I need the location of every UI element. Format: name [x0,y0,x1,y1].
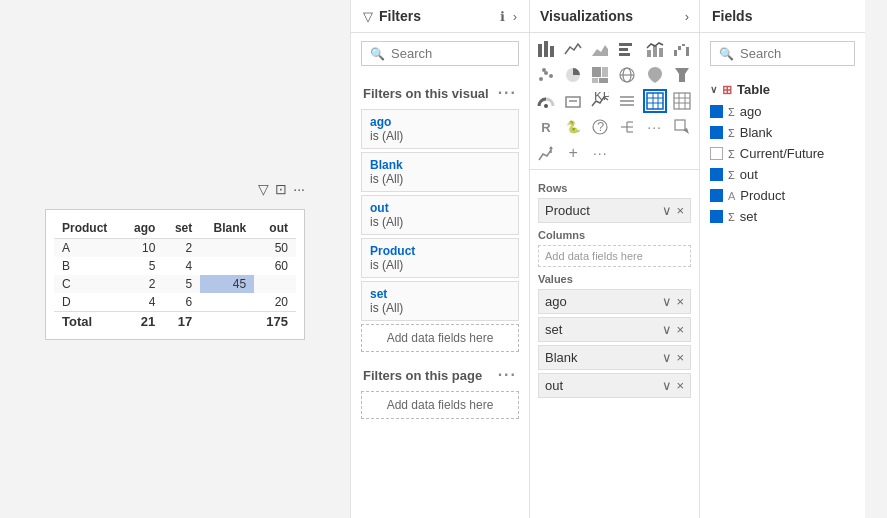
table-row[interactable]: A 10 2 50 [54,238,296,257]
field-blank-checkbox[interactable] [710,126,723,139]
sigma-icon-current: Σ [728,148,735,160]
filters-search-box[interactable]: 🔍 [361,41,519,66]
field-set-checkbox[interactable] [710,210,723,223]
field-out-node[interactable]: Σ out [700,164,865,185]
area-chart-icon[interactable] [588,37,612,61]
viz-panel-title: Visualizations [540,8,685,24]
fields-search-box[interactable]: 🔍 [710,41,855,66]
filters-search-input[interactable] [391,46,510,61]
waterfall-icon[interactable] [670,37,694,61]
python-icon[interactable]: 🐍 [561,115,585,139]
field-set-node[interactable]: Σ set [700,206,865,227]
svg-rect-28 [566,97,580,107]
slicer-icon[interactable] [615,89,639,113]
tree-table-icon: ⊞ [722,83,732,97]
viz-icons-grid: KPI R 🐍 ? ··· [530,33,699,170]
viz-sections: Rows Product ∨ × Columns Add data fields… [530,170,699,518]
rows-product-pill[interactable]: Product ∨ × [538,198,691,223]
combo-chart-icon[interactable] [643,37,667,61]
expand-visual-icon[interactable]: ⊡ [275,181,287,197]
fields-search-input[interactable] [740,46,846,61]
filter-card-set[interactable]: set is (All) [361,281,519,321]
values-ago-pill[interactable]: ago ∨ × [538,289,691,314]
more-viz-icon[interactable]: ··· [643,115,667,139]
field-out-checkbox[interactable] [710,168,723,181]
analytics-viz-icon[interactable] [534,141,558,165]
values-out-pill[interactable]: out ∨ × [538,373,691,398]
format-paint-icon[interactable] [670,115,694,139]
three-dots-icon[interactable]: ··· [588,141,612,165]
decomp-tree-icon[interactable] [615,115,639,139]
pie-icon[interactable] [561,63,585,87]
funnel-icon[interactable] [670,63,694,87]
field-ago-node[interactable]: Σ ago [700,101,865,122]
rows-close-icon[interactable]: × [676,203,684,218]
matrix-icon[interactable] [670,89,694,113]
columns-add-placeholder[interactable]: Add data fields here [538,245,691,267]
filter-card-ago-title: ago [370,115,510,129]
add-viz-icon[interactable]: + [561,141,585,165]
values-set-label: set [545,322,562,337]
filter-card-blank[interactable]: Blank is (All) [361,152,519,192]
field-current-future-node[interactable]: Σ Current/Future [700,143,865,164]
field-product-node[interactable]: A Product [700,185,865,206]
filters-visual-more-icon[interactable]: ··· [498,84,517,102]
card-icon[interactable] [561,89,585,113]
values-out-label: out [545,378,563,393]
values-set-pill[interactable]: set ∨ × [538,317,691,342]
filter-card-set-value: is (All) [370,301,510,315]
sigma-icon-out: Σ [728,169,735,181]
filters-header-icons: ℹ › [500,9,517,24]
filled-map-icon[interactable] [643,63,667,87]
bar-chart-icon[interactable] [615,37,639,61]
field-ago-checkbox[interactable] [710,105,723,118]
filter-card-ago[interactable]: ago is (All) [361,109,519,149]
scatter-icon[interactable] [534,63,558,87]
values-blank-pill[interactable]: Blank ∨ × [538,345,691,370]
values-out-close-icon[interactable]: × [676,378,684,393]
filters-visual-section-label: Filters on this visual [363,86,489,101]
values-blank-chevron-icon[interactable]: ∨ [662,350,672,365]
table-row[interactable]: D 4 6 20 [54,293,296,312]
field-current-future-checkbox[interactable] [710,147,723,160]
qa-visual-icon[interactable]: ? [588,115,612,139]
table-viz-icon[interactable] [643,89,667,113]
filters-add-fields-btn[interactable]: Add data fields here [361,324,519,352]
values-blank-close-icon[interactable]: × [676,350,684,365]
filters-expand-icon[interactable]: › [513,9,517,24]
filter-card-blank-value: is (All) [370,172,510,186]
r-script-icon[interactable]: R [534,115,558,139]
filters-info-icon[interactable]: ℹ [500,9,505,24]
filters-page-section-header: Filters on this page ··· [351,360,529,388]
values-set-chevron-icon[interactable]: ∨ [662,322,672,337]
filters-page-more-icon[interactable]: ··· [498,366,517,384]
line-chart-icon[interactable] [561,37,585,61]
filters-title: Filters [379,8,494,24]
filter-visual-icon[interactable]: ▽ [258,181,269,197]
filter-card-out-value: is (All) [370,215,510,229]
table-row[interactable]: C 2 5 45 [54,275,296,293]
filter-card-out[interactable]: out is (All) [361,195,519,235]
viz-panel-expand-icon[interactable]: › [685,9,689,24]
values-out-chevron-icon[interactable]: ∨ [662,378,672,393]
treemap-icon[interactable] [588,63,612,87]
more-visual-icon[interactable]: ··· [293,181,305,197]
svg-text:?: ? [597,119,604,134]
values-ago-close-icon[interactable]: × [676,294,684,309]
map-icon[interactable] [615,63,639,87]
kpi-icon[interactable]: KPI [588,89,612,113]
table-row[interactable]: B 5 4 60 [54,257,296,275]
values-blank-icons: ∨ × [662,350,684,365]
values-ago-chevron-icon[interactable]: ∨ [662,294,672,309]
gauge-icon[interactable] [534,89,558,113]
stacked-bar-icon[interactable] [534,37,558,61]
values-set-close-icon[interactable]: × [676,322,684,337]
rows-chevron-icon[interactable]: ∨ [662,203,672,218]
sigma-icon-blank: Σ [728,127,735,139]
field-blank-node[interactable]: Σ Blank [700,122,865,143]
tree-table-group[interactable]: ∨ ⊞ Table [700,78,865,101]
filter-card-product[interactable]: Product is (All) [361,238,519,278]
field-product-checkbox[interactable] [710,189,723,202]
filters-content: Filters on this visual ··· ago is (All) … [351,74,529,518]
filters-page-add-fields-btn[interactable]: Add data fields here [361,391,519,419]
